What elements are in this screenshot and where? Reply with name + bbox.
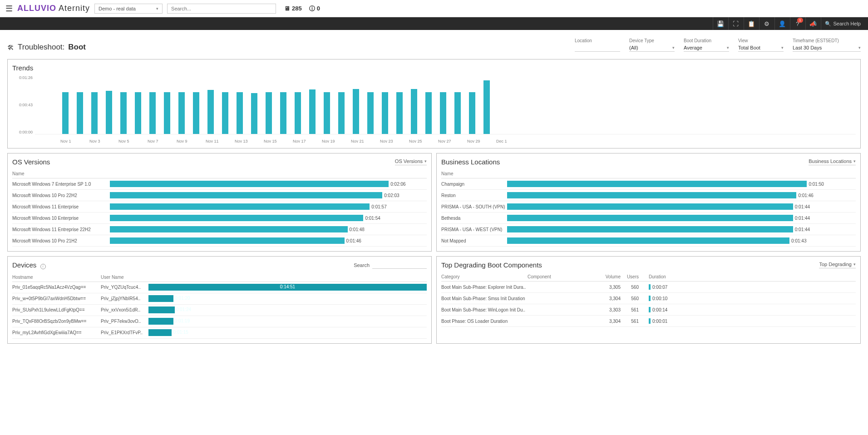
trends-bar[interactable] [77,92,83,134]
row-name: Microsoft Windows 11 Enterprise [12,204,110,209]
table-row[interactable]: Microsoft Windows 10 Enterprise0:01:54 [12,213,427,224]
table-row[interactable]: PRISMA - USA - WEST (VPN)0:01:44 [441,224,856,235]
os-dropdown[interactable]: OS Versions ▾ [395,158,427,165]
filter-view[interactable]: View Total Boot▾ [738,38,784,52]
biz-dropdown[interactable]: Business Locations ▾ [809,158,856,165]
business-locations-panel: Business Locations Business Locations ▾ … [436,153,861,252]
trends-bar[interactable] [425,92,432,134]
hbar [110,203,370,210]
table-row[interactable]: Priv_w+0t5P9bGI7axWdnH5Dbtw==Priv_jZjpjY… [12,293,427,305]
table-row[interactable]: Microsoft Windows 7 Enterprise SP 1.00:0… [12,178,427,190]
trends-bar[interactable] [120,92,127,134]
trends-bar[interactable] [106,91,112,134]
menu-icon[interactable]: ☰ [5,4,13,14]
table-row[interactable]: Priv_01e5aqqRc5Na1Acz4VzQag==Priv_YQZUqT… [12,282,427,293]
trends-bar[interactable] [411,89,417,134]
clipboard-icon[interactable]: 📋 [744,17,758,30]
device-bar [148,329,172,336]
filter-location[interactable]: Location [575,38,620,52]
hbar [507,192,796,198]
col-volume: Volume [596,274,621,279]
table-row[interactable]: PRISMA - USA - SOUTH (VPN)0:01:44 [441,201,856,213]
info-icon[interactable]: i [40,264,46,269]
trends-bar[interactable] [367,92,374,134]
col-duration: Duration [639,274,856,279]
table-row[interactable]: Boot Main Sub-Phase: Smss Init Duration3… [441,293,856,304]
table-row[interactable]: Priv_TQxF88OrBSqzb/2on9yBMw==Priv_PF7ekw… [12,316,427,327]
table-row[interactable]: Microsoft Windows 11 Enterprise0:01:57 [12,201,427,213]
hbar [110,237,345,244]
alerts-count-stat[interactable]: ⓘ 0 [309,5,320,13]
hbar-label: 0:02:03 [384,193,399,198]
trends-bar[interactable] [382,92,388,134]
table-row[interactable]: Priv_SUsPxh1L9uIewLLdFgKtpQ==Priv_xxVxon… [12,305,427,316]
hbar-label: 0:01:43 [791,238,806,243]
filter-boot-duration[interactable]: Boot Duration Average▾ [684,38,729,52]
global-search-input[interactable] [167,4,276,14]
trends-bar[interactable] [396,92,403,134]
filter-timeframe[interactable]: Timeframe (EST5EDT) Last 30 Days▾ [793,38,861,52]
table-row[interactable]: Boot Main Sub-Phase: WinLogon Init Du..3… [441,304,856,316]
degr-users: 560 [621,296,639,301]
help-icon[interactable]: ?1 [790,17,804,30]
device-bar [148,295,173,302]
trends-bar[interactable] [164,92,170,134]
table-row[interactable]: Microsoft Windows 10 Pro 21H20:01:46 [12,235,427,247]
search-help-button[interactable]: 🔍 Search Help [821,17,864,30]
hbar [507,237,789,244]
table-row[interactable]: Reston0:01:46 [441,190,856,201]
username: Priv_jZjpjYNbIR54.. [101,296,148,301]
trends-bar[interactable] [280,92,286,134]
degr-users: 561 [621,307,639,312]
save-icon[interactable]: 💾 [713,17,727,30]
table-row[interactable]: Microsoft Windows 11 Entreprise 22H20:01… [12,224,427,235]
degr-duration: 0:00:10 [639,296,856,301]
table-row[interactable]: Priv_myL2AvhfiGdXgEwiiia7AQ==Priv_E1PKXr… [12,327,427,339]
wrench-icon: 🛠 [7,44,14,51]
table-row[interactable]: Not Mapped0:01:43 [441,235,856,247]
fullscreen-icon[interactable]: ⛶ [728,17,743,30]
trends-bar[interactable] [309,89,316,134]
hostname: Priv_01e5aqqRc5Na1Acz4VzQag== [12,285,101,290]
devices-count-stat[interactable]: 🖥 285 [284,5,302,12]
trends-bar[interactable] [469,92,475,134]
degr-dropdown[interactable]: Top Degrading ▾ [819,262,856,268]
trends-bar[interactable] [338,92,345,134]
trends-bar[interactable] [193,92,199,134]
trends-bar[interactable] [91,92,98,134]
trends-bar[interactable] [324,92,330,134]
trends-bar[interactable] [149,92,156,134]
hbar [110,181,389,187]
trends-bar[interactable] [222,92,228,134]
table-row[interactable]: Microsoft Windows 10 Pro 22H20:02:03 [12,190,427,201]
trends-bar[interactable] [237,92,243,134]
bar-box: 0:01:20 [148,295,427,302]
trends-bar[interactable] [135,92,141,134]
devices-search-input[interactable] [372,261,427,269]
trends-bar[interactable] [353,89,359,134]
hbar-label: 0:01:46 [346,238,361,243]
table-row[interactable]: Boot Main Sub-Phase: Explorer Init Dura.… [441,282,856,293]
hostname: Priv_myL2AvhfiGdXgEwiiia7AQ== [12,330,101,335]
trends-bar[interactable] [266,92,272,134]
device-rows: Priv_01e5aqqRc5Na1Acz4VzQag==Priv_YQZUqT… [12,282,427,339]
trends-bar[interactable] [178,92,185,134]
trends-bar[interactable] [295,92,301,134]
filter-device-type[interactable]: Device Type (All)▾ [629,38,675,52]
dataset-dropdown[interactable]: Demo - real data ▾ [94,4,163,14]
trends-bar[interactable] [62,92,69,134]
trends-bar[interactable] [483,80,490,134]
trends-bar[interactable] [454,92,461,134]
search-label: Search [354,262,370,268]
table-row[interactable]: Champaign0:01:50 [441,178,856,190]
bar-box: 0:01:15 [148,329,427,336]
trends-bar[interactable] [207,90,214,134]
table-row[interactable]: Boot Phase: OS Loader Duration3,3045610:… [441,316,856,327]
trends-bar[interactable] [251,93,257,134]
user-icon[interactable]: 👤 [774,17,789,30]
degr-category: Boot Phase: OS Loader Duration [441,319,528,324]
announce-icon[interactable]: 📣 [805,17,820,30]
gear-icon[interactable]: ⚙ [759,17,774,30]
table-row[interactable]: Bethesda0:01:44 [441,213,856,224]
trends-bar[interactable] [440,92,446,134]
